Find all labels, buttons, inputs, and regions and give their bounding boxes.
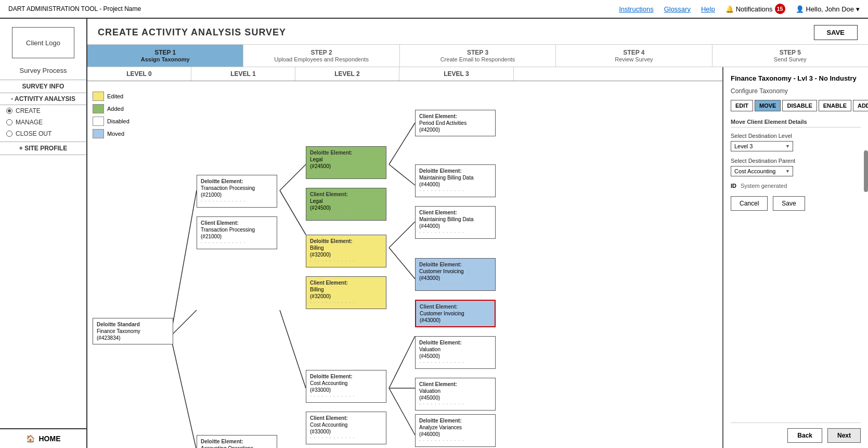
svg-line-2 bbox=[171, 336, 197, 448]
cfg-btn-enable[interactable]: ENABLE bbox=[819, 100, 851, 111]
svg-line-3 bbox=[280, 164, 306, 190]
legend-label-added: Added bbox=[107, 106, 124, 112]
step-5-num: STEP 5 bbox=[715, 49, 866, 56]
node-l3-deloitte-maint-billing[interactable]: Deloitte Element: Maintaining Billing Da… bbox=[415, 164, 496, 197]
node-l2-deloitte-legal[interactable]: Deloitte Element: Legal (#24500) - - - -… bbox=[306, 146, 386, 179]
legend-box-white bbox=[93, 117, 104, 126]
dest-parent-select-wrapper: Transaction Processing Legal Billing Cos… bbox=[731, 166, 793, 176]
tree-section[interactable]: LEVEL 0 LEVEL 1 LEVEL 2 LEVEL 3 bbox=[87, 67, 722, 448]
dest-parent-select[interactable]: Transaction Processing Legal Billing Cos… bbox=[731, 166, 793, 176]
node-l1-deloitte-trans[interactable]: Deloitte Element: Transaction Processing… bbox=[197, 175, 277, 208]
sidebar-item-site-profile[interactable]: + SITE PROFILE bbox=[0, 142, 86, 155]
move-section-title: Move Client Element Details bbox=[731, 119, 861, 127]
sidebar-item-activity-analysis[interactable]: - ACTIVITY ANALYSIS bbox=[0, 93, 86, 105]
node-l1-client-trans[interactable]: Client Element: Transaction Processing (… bbox=[197, 216, 277, 249]
radio-manage bbox=[6, 119, 12, 125]
step-4[interactable]: STEP 4 Review Survey bbox=[556, 45, 712, 67]
svg-line-5 bbox=[280, 310, 306, 388]
dest-level-label: Select Destination Level bbox=[731, 133, 861, 139]
node-l3-client-cust-inv[interactable]: Client Element: Customer Invoicing (#430… bbox=[415, 300, 496, 327]
dest-parent-label: Select Destination Parent bbox=[731, 158, 861, 164]
home-label: HOME bbox=[39, 434, 61, 443]
node-l3-client-maint-billing[interactable]: Client Element: Maintaining Billing Data… bbox=[415, 206, 496, 239]
notifications-area[interactable]: 🔔 Notifications 15 bbox=[726, 4, 785, 14]
step-3-num: STEP 3 bbox=[402, 49, 553, 56]
step-5[interactable]: STEP 5 Send Survey bbox=[712, 45, 868, 67]
user-name: Hello, John Doe bbox=[806, 5, 854, 13]
user-menu[interactable]: 👤 Hello, John Doe ▾ bbox=[796, 5, 860, 13]
legend-item-moved: Moved bbox=[93, 129, 129, 138]
save-button[interactable]: SAVE bbox=[814, 25, 858, 40]
id-row: ID System generated bbox=[731, 183, 861, 189]
step-4-num: STEP 4 bbox=[558, 49, 709, 56]
node-l2-deloitte-billing[interactable]: Deloitte Element: Billing (#32000) - - -… bbox=[306, 235, 386, 267]
dest-parent-field: Select Destination Parent Transaction Pr… bbox=[731, 158, 861, 176]
legend-item-disabled: Disabled bbox=[93, 117, 129, 126]
help-link[interactable]: Help bbox=[701, 5, 715, 13]
cfg-btn-add[interactable]: ADD bbox=[853, 100, 868, 111]
node-l2-client-billing[interactable]: Client Element: Billing (#32000) - - - -… bbox=[306, 276, 386, 309]
node-l3-client-valuation[interactable]: Client Element: Valuation (#45000) - - -… bbox=[415, 378, 496, 411]
page-title: CREATE ACTIVITY ANALYSIS SURVEY bbox=[98, 27, 286, 38]
close-out-label: CLOSE OUT bbox=[16, 130, 51, 137]
next-button[interactable]: Next bbox=[827, 428, 861, 443]
glossary-link[interactable]: Glossary bbox=[664, 5, 691, 13]
node-l3-period-end[interactable]: Client Element: Period End Activities (#… bbox=[415, 110, 496, 136]
level-header-1: LEVEL 1 bbox=[191, 67, 295, 81]
radio-close-out bbox=[6, 131, 12, 137]
chevron-down-icon: ▾ bbox=[856, 5, 860, 13]
sidebar-item-survey-info[interactable]: SURVEY INFO bbox=[0, 80, 86, 93]
manage-label: MANAGE bbox=[16, 119, 43, 126]
node-l2-client-legal[interactable]: Client Element: Legal (#24500) - - - - -… bbox=[306, 188, 386, 221]
cfg-btn-disable[interactable]: DISABLE bbox=[782, 100, 817, 111]
home-button[interactable]: 🏠 HOME bbox=[0, 428, 86, 448]
home-icon: 🏠 bbox=[26, 434, 35, 443]
node-l2-deloitte-cost[interactable]: Deloitte Element: Cost Accounting (#3300… bbox=[306, 370, 386, 403]
level-headers: LEVEL 0 LEVEL 1 LEVEL 2 LEVEL 3 bbox=[87, 67, 722, 81]
step-4-label: Review Survey bbox=[558, 56, 709, 62]
node-l1-deloitte-acct[interactable]: Deloitte Element: Accounting Operations … bbox=[197, 435, 277, 448]
cfg-btn-move[interactable]: MOVE bbox=[755, 100, 781, 111]
svg-line-4 bbox=[280, 190, 306, 235]
dest-level-select-wrapper: Level 0 Level 1 Level 2 Level 3 bbox=[731, 141, 793, 151]
panel-bottom-buttons: Back Next bbox=[731, 423, 861, 448]
level-header-2: LEVEL 2 bbox=[295, 67, 399, 81]
taxonomy-area: LEVEL 0 LEVEL 1 LEVEL 2 LEVEL 3 bbox=[87, 67, 868, 448]
right-panel: Finance Taxonomy - Lvl 3 - No Industry C… bbox=[722, 67, 868, 448]
node-l3-deloitte-cust-inv[interactable]: Deloitte Element: Customer Invoicing (#4… bbox=[415, 258, 496, 291]
sidebar-item-manage[interactable]: MANAGE bbox=[0, 117, 86, 128]
dest-level-select[interactable]: Level 0 Level 1 Level 2 Level 3 bbox=[731, 141, 793, 151]
step-1[interactable]: STEP 1 Assign Taxonomy bbox=[87, 45, 243, 67]
back-button[interactable]: Back bbox=[787, 428, 822, 443]
instructions-link[interactable]: Instructions bbox=[619, 5, 653, 13]
svg-line-0 bbox=[171, 190, 197, 336]
step-2[interactable]: STEP 2 Upload Employees and Respondents bbox=[243, 45, 399, 67]
panel-cancel-button[interactable]: Cancel bbox=[731, 196, 768, 211]
node-l3-deloitte-valuation[interactable]: Deloitte Element: Valuation (#45000) - -… bbox=[415, 336, 496, 369]
sidebar-item-close-out[interactable]: CLOSE OUT bbox=[0, 128, 86, 139]
node-l3-deloitte-analyze[interactable]: Deloitte Element: Analyze Variances (#46… bbox=[415, 414, 496, 447]
create-label: CREATE bbox=[16, 107, 41, 114]
panel-save-button[interactable]: Save bbox=[773, 196, 805, 211]
step-3[interactable]: STEP 3 Create Email to Respondents bbox=[400, 45, 556, 67]
sidebar-item-create[interactable]: CREATE bbox=[0, 105, 86, 117]
node-root[interactable]: Deloitte Standard Finance Taxonomy (#423… bbox=[93, 318, 173, 344]
app-title: DART ADMINISTRATION TOOL - Project Name bbox=[8, 5, 141, 12]
scroll-indicator bbox=[864, 150, 868, 192]
configure-buttons: EDIT MOVE DISABLE ENABLE ADD bbox=[731, 100, 861, 111]
svg-line-9 bbox=[389, 248, 415, 279]
panel-subtitle: Configure Taxonomy bbox=[731, 87, 861, 95]
id-label: ID bbox=[731, 183, 736, 189]
step-5-label: Send Survey bbox=[715, 56, 866, 62]
cfg-btn-edit[interactable]: EDIT bbox=[731, 100, 753, 111]
node-l2-client-cost[interactable]: Client Element: Cost Accounting (#33000)… bbox=[306, 412, 386, 444]
level-header-0: LEVEL 0 bbox=[87, 67, 191, 81]
notifications-label: Notifications bbox=[736, 5, 773, 13]
radio-create bbox=[6, 108, 12, 114]
legend: Edited Added Disabled Moved bbox=[93, 92, 129, 138]
legend-label-moved: Moved bbox=[107, 131, 124, 137]
legend-label-disabled: Disabled bbox=[107, 118, 129, 124]
legend-item-added: Added bbox=[93, 104, 129, 113]
content-header: CREATE ACTIVITY ANALYSIS SURVEY SAVE bbox=[87, 19, 868, 45]
svg-line-8 bbox=[389, 222, 415, 248]
